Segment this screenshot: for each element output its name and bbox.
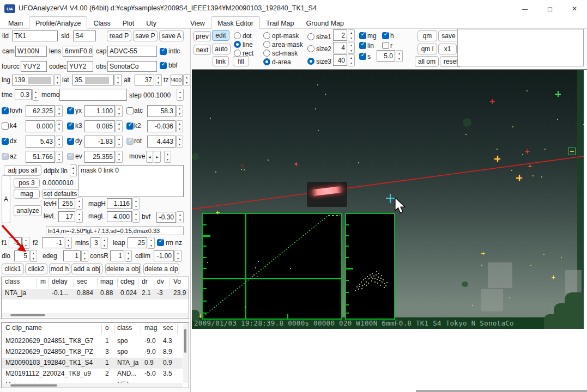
- codec-field[interactable]: YUY2: [67, 61, 93, 72]
- col-header[interactable]: o: [105, 324, 109, 332]
- col-header[interactable]: C clip_name: [5, 324, 42, 332]
- mask-link-listbox[interactable]: mask 0 link 0: [78, 165, 184, 197]
- mg-checkbox[interactable]: [359, 32, 366, 39]
- save-a-button[interactable]: save A: [159, 30, 184, 41]
- qm-l-button[interactable]: qm l: [417, 44, 437, 54]
- edeg-spinner[interactable]: [81, 250, 88, 262]
- levl-spinner[interactable]: [76, 211, 83, 223]
- s-checkbox[interactable]: [359, 53, 366, 60]
- yx-checkbox[interactable]: [67, 107, 74, 114]
- all-om-button[interactable]: all om: [415, 56, 439, 67]
- s-field[interactable]: 5.0: [377, 50, 395, 62]
- tab-uty[interactable]: Uty: [140, 18, 162, 29]
- tab-class[interactable]: Class: [87, 18, 116, 29]
- move-spinner[interactable]: [164, 151, 171, 163]
- rm-nz-checkbox[interactable]: [157, 239, 164, 246]
- edit-button[interactable]: edit: [212, 30, 229, 41]
- table-row[interactable]: M20191112_220024_TK8_u9 2 AND... -5.0 3.…: [2, 369, 183, 379]
- yx-spinner[interactable]: [116, 105, 123, 117]
- k3-spinner[interactable]: [116, 120, 123, 132]
- tab-profile-analyze[interactable]: Profile/Analyze: [29, 16, 87, 29]
- auto-button[interactable]: auto: [212, 44, 231, 54]
- dot-radio[interactable]: [234, 32, 241, 39]
- tab-ground-map[interactable]: Ground Map: [300, 18, 350, 29]
- alt-spinner[interactable]: [155, 74, 162, 86]
- line-radio[interactable]: [234, 41, 241, 48]
- magl-field[interactable]: 4.000: [107, 211, 132, 222]
- col-header[interactable]: class: [5, 278, 20, 285]
- close-button[interactable]: ✕: [562, 0, 587, 17]
- save-button[interactable]: save: [438, 30, 459, 41]
- lid-field[interactable]: TK1: [12, 30, 58, 41]
- col-header[interactable]: Vo: [173, 278, 181, 285]
- ev-field[interactable]: 25.355: [84, 151, 115, 163]
- lng-spinner[interactable]: [54, 74, 61, 86]
- d-area-radio[interactable]: [263, 58, 270, 65]
- next-button[interactable]: next: [193, 45, 211, 55]
- atc-field[interactable]: 58.3: [147, 105, 176, 117]
- size3-radio[interactable]: [307, 58, 314, 65]
- s-spinner[interactable]: [396, 50, 403, 62]
- lin-checkbox[interactable]: [359, 42, 366, 49]
- dy-spinner[interactable]: [116, 136, 123, 148]
- atc-checkbox[interactable]: [126, 107, 134, 114]
- rot-checkbox[interactable]: [126, 138, 134, 145]
- maximize-button[interactable]: □: [537, 0, 562, 17]
- class-table-hscrollbar[interactable]: [2, 313, 188, 317]
- k4-field[interactable]: 0.000: [26, 120, 55, 132]
- cam-field[interactable]: W100N: [15, 46, 47, 57]
- lat-spinner[interactable]: [114, 74, 122, 86]
- minimize-button[interactable]: —: [512, 0, 537, 17]
- az-checkbox[interactable]: [2, 153, 9, 160]
- size2-radio[interactable]: [307, 45, 314, 52]
- analyze-button[interactable]: analyze: [14, 205, 42, 216]
- tz-field[interactable]: 32400: [171, 75, 183, 85]
- col-header[interactable]: cdeg: [120, 278, 135, 285]
- prev-button[interactable]: prev: [193, 31, 211, 41]
- f2-spinner[interactable]: [65, 237, 72, 249]
- cdlim-field[interactable]: -1.00: [154, 250, 174, 261]
- mins-field[interactable]: 3: [90, 237, 100, 248]
- az-field[interactable]: 51.766: [26, 151, 55, 163]
- click2-button[interactable]: click2: [25, 264, 47, 274]
- dy-checkbox[interactable]: [67, 138, 74, 145]
- size2-spinner[interactable]: [348, 42, 355, 54]
- tab-mask-editor[interactable]: Mask Editor: [211, 16, 260, 29]
- magh-field[interactable]: 1.116: [107, 198, 132, 209]
- adj-pos-all-button[interactable]: adj pos all: [4, 165, 41, 176]
- magl-spinner[interactable]: [132, 211, 140, 223]
- fovh-checkbox[interactable]: [2, 107, 9, 114]
- fovh-spinner[interactable]: [56, 105, 63, 117]
- mask-log-listbox[interactable]: [457, 29, 584, 66]
- step-spinner[interactable]: [177, 89, 184, 101]
- edeg-field[interactable]: 1: [63, 250, 81, 261]
- lng-field[interactable]: 139.: [12, 75, 53, 85]
- size3-field[interactable]: 40: [333, 54, 347, 66]
- h-checkbox[interactable]: [382, 32, 389, 39]
- ev-checkbox[interactable]: [67, 153, 74, 160]
- bvf-field[interactable]: -0.30: [156, 212, 176, 223]
- move-right-button[interactable]: ▸: [154, 151, 161, 163]
- consr-field[interactable]: 1: [110, 250, 124, 261]
- size1-spinner[interactable]: [348, 29, 355, 41]
- lens-field[interactable]: 6mmF0.8: [63, 46, 93, 57]
- k4-checkbox[interactable]: [2, 122, 9, 130]
- table-row-selected[interactable]: M20090103_192840_TK1_S4 1 NTA_ja 0.9 0.9: [2, 358, 183, 369]
- move-left-button[interactable]: ◂: [146, 151, 153, 163]
- tab-plot[interactable]: Plot: [117, 18, 141, 29]
- rot-spinner[interactable]: [176, 136, 183, 148]
- ddpix-spinner[interactable]: [70, 164, 77, 176]
- memo-field[interactable]: [59, 89, 127, 101]
- col-header[interactable]: dv: [157, 278, 164, 285]
- click1-button[interactable]: click1: [2, 264, 24, 274]
- levh-field[interactable]: 255: [58, 198, 75, 209]
- sid-field[interactable]: S4: [73, 30, 96, 41]
- dx-checkbox[interactable]: [2, 138, 9, 145]
- k3-checkbox[interactable]: [67, 122, 74, 130]
- mins-spinner[interactable]: [101, 237, 108, 249]
- levh-spinner[interactable]: [76, 198, 83, 210]
- clip-table-hscrollbar[interactable]: [2, 383, 183, 388]
- table-row[interactable]: M20220629_024850_TK8_PZ 3 spo -9.0 8.9: [2, 347, 183, 358]
- link-button[interactable]: link: [213, 56, 229, 66]
- k4-spinner[interactable]: [56, 120, 63, 132]
